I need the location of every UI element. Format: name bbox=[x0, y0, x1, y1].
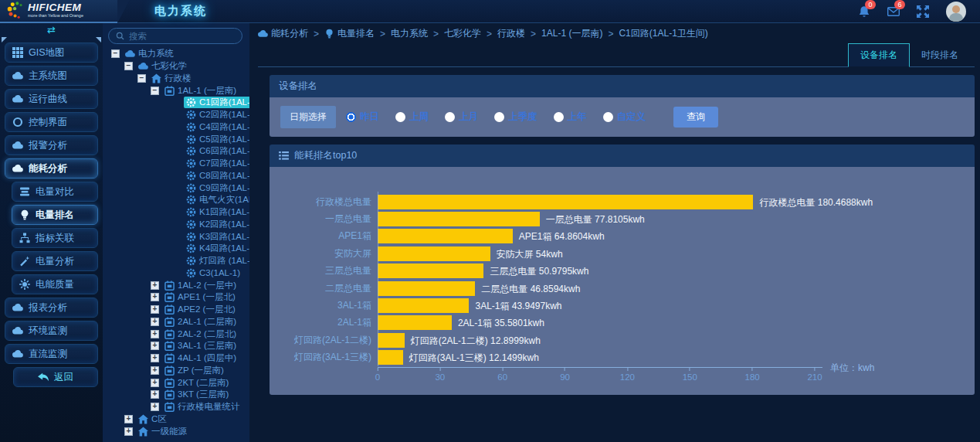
tree-node[interactable]: C1回路(1AL-1卫生间) bbox=[108, 97, 249, 109]
breadcrumb-item[interactable]: 电量排名 bbox=[324, 27, 375, 40]
expand-node-icon[interactable]: + bbox=[151, 330, 159, 338]
sidebar-item-14[interactable]: 返回 bbox=[13, 367, 98, 387]
tree-node[interactable]: K1回路(1AL-1于总办公室 bbox=[108, 206, 249, 219]
tree-node[interactable]: −七彩化学 bbox=[108, 60, 249, 73]
radio-option[interactable]: 上月 bbox=[445, 110, 478, 124]
chart-bar[interactable] bbox=[378, 350, 403, 365]
radio-dot[interactable] bbox=[395, 112, 405, 122]
chart-bar[interactable] bbox=[378, 195, 753, 209]
breadcrumb-item[interactable]: 1AL-1 (一层南) bbox=[541, 27, 602, 40]
sidebar-item-6[interactable]: 电量对比 bbox=[12, 182, 98, 202]
expand-node-icon[interactable]: + bbox=[151, 293, 159, 301]
tree-node[interactable]: +1AL-2 (一层中) bbox=[108, 279, 249, 291]
tree-node[interactable]: +2AL-2 (二层北) bbox=[108, 328, 249, 340]
chart-bar[interactable] bbox=[378, 281, 475, 296]
tree-node[interactable]: +APE2 (一层北) bbox=[108, 304, 249, 316]
tree-node[interactable]: +2AL-1 (二层南) bbox=[108, 316, 249, 328]
radio-dot[interactable] bbox=[603, 112, 613, 122]
sidebar-collapse-toggle[interactable]: ⇄ bbox=[0, 24, 103, 37]
sidebar-item-7[interactable]: 电量排名 bbox=[12, 205, 98, 225]
sidebar-item-2[interactable]: 运行曲线 bbox=[5, 89, 98, 109]
radio-option[interactable]: 昨日 bbox=[346, 110, 379, 124]
expand-node-icon[interactable]: + bbox=[151, 281, 159, 290]
radio-option[interactable]: 自定义 bbox=[603, 110, 646, 124]
expand-node-icon[interactable]: + bbox=[124, 427, 133, 436]
expand-node-icon[interactable]: + bbox=[151, 354, 159, 362]
collapse-node-icon[interactable]: − bbox=[124, 62, 133, 70]
expand-node-icon[interactable]: + bbox=[151, 403, 159, 411]
query-button[interactable]: 查询 bbox=[673, 107, 718, 128]
radio-dot[interactable] bbox=[445, 112, 455, 122]
radio-dot[interactable] bbox=[554, 112, 564, 122]
breadcrumb-item[interactable]: 七彩化学 bbox=[444, 27, 481, 40]
tree-node[interactable]: −行政楼 bbox=[108, 73, 249, 85]
notification-bell-icon[interactable]: 0 bbox=[858, 5, 870, 18]
sidebar-item-4[interactable]: 报警分析 bbox=[5, 135, 98, 155]
tree-search[interactable] bbox=[108, 28, 242, 44]
collapse-node-icon[interactable]: − bbox=[137, 74, 146, 83]
tree-node[interactable]: +2KT (二层南) bbox=[108, 376, 249, 389]
tree-node[interactable]: +APE1 (一层北) bbox=[108, 291, 249, 304]
breadcrumb-item[interactable]: 电力系统 bbox=[391, 27, 428, 40]
expand-node-icon[interactable]: + bbox=[151, 390, 159, 399]
breadcrumb-item[interactable]: 能耗分析 bbox=[258, 27, 308, 40]
tree-node[interactable]: C9回路(1AL-1开放办公室 bbox=[108, 182, 249, 194]
tree-node[interactable]: K3回路(1AL-1茶歇室空调 bbox=[108, 230, 249, 243]
sidebar-item-11[interactable]: 报表分析 bbox=[5, 298, 98, 318]
tree-node[interactable]: C8回路(1AL-1茶歇室门前 bbox=[108, 170, 249, 182]
tree-node[interactable]: +C区 bbox=[108, 413, 249, 426]
sidebar-item-3[interactable]: 控制界面 bbox=[5, 112, 98, 132]
tree-node[interactable]: C6回路(1AL-1 党建办公室 bbox=[108, 145, 249, 158]
tree-node[interactable]: 灯回路 (1AL-1一楼) bbox=[108, 255, 249, 267]
sidebar-item-1[interactable]: 主系统图 bbox=[5, 66, 98, 86]
expand-node-icon[interactable]: + bbox=[151, 342, 159, 350]
date-select-button[interactable]: 日期选择 bbox=[280, 106, 336, 128]
tree-node[interactable]: C5回路(1AL-1于总办公室 bbox=[108, 133, 249, 145]
user-avatar[interactable] bbox=[946, 2, 966, 22]
expand-node-icon[interactable]: + bbox=[151, 366, 159, 375]
tree-node[interactable]: +4AL-1 (四层中) bbox=[108, 352, 249, 365]
expand-node-icon[interactable]: + bbox=[151, 305, 159, 314]
tree-node[interactable]: K2回路(1AL-1党建办空调 bbox=[108, 219, 249, 231]
expand-node-icon[interactable]: + bbox=[151, 318, 159, 326]
sidebar-item-0[interactable]: GIS地图 bbox=[5, 42, 98, 63]
tree-node[interactable]: C4回路(1AL-1证券部饮水 bbox=[108, 121, 249, 134]
tree-node[interactable]: −1AL-1 (一层南) bbox=[108, 84, 249, 97]
breadcrumb-item[interactable]: 行政楼 bbox=[497, 27, 525, 40]
expand-node-icon[interactable]: + bbox=[124, 415, 133, 423]
chart-bar[interactable] bbox=[378, 298, 469, 313]
chart-bar[interactable] bbox=[378, 229, 513, 243]
fullscreen-icon[interactable] bbox=[917, 5, 929, 18]
chart-bar[interactable] bbox=[378, 246, 490, 261]
sidebar-item-9[interactable]: 电量分析 bbox=[12, 251, 98, 271]
radio-option[interactable]: 上周 bbox=[395, 110, 429, 124]
tree-node[interactable]: 电气火灾(1AL-1箱内) bbox=[108, 194, 249, 206]
sidebar-item-5[interactable]: 能耗分析 bbox=[5, 158, 98, 178]
chart-bar[interactable] bbox=[378, 333, 405, 348]
collapse-node-icon[interactable]: − bbox=[111, 49, 120, 58]
chart-bar[interactable] bbox=[378, 212, 540, 226]
collapse-node-icon[interactable]: − bbox=[151, 87, 159, 95]
tree-node[interactable]: +一级能源 bbox=[108, 425, 249, 437]
tree-node[interactable]: −电力系统 bbox=[108, 48, 249, 60]
radio-option[interactable]: 上年 bbox=[554, 110, 587, 124]
tree-node[interactable]: +行政楼电量统计 bbox=[108, 401, 249, 413]
radio-dot[interactable] bbox=[494, 112, 504, 122]
chart-bar[interactable] bbox=[378, 315, 452, 330]
tree-node[interactable]: K4回路(1AL-1) bbox=[108, 243, 249, 255]
sidebar-item-13[interactable]: 直流监测 bbox=[5, 344, 98, 364]
chart-bar[interactable] bbox=[378, 264, 483, 278]
tab-0[interactable]: 设备排名 bbox=[848, 43, 910, 67]
sidebar-item-8[interactable]: 指标关联 bbox=[12, 228, 98, 248]
search-input[interactable] bbox=[129, 32, 235, 41]
radio-dot[interactable] bbox=[346, 112, 356, 122]
tree-node[interactable]: +3KT (三层南) bbox=[108, 389, 249, 401]
expand-node-icon[interactable]: + bbox=[151, 379, 159, 387]
tree-node[interactable]: +3AL-1 (三层南) bbox=[108, 340, 249, 352]
breadcrumb-item[interactable]: C1回路(1AL-1卫生间) bbox=[619, 27, 707, 40]
sidebar-item-12[interactable]: 环境监测 bbox=[5, 321, 98, 341]
messages-icon[interactable]: 6 bbox=[887, 5, 900, 18]
tree-node[interactable]: +ZP (一层南) bbox=[108, 365, 249, 377]
tab-1[interactable]: 时段排名 bbox=[910, 44, 970, 66]
tree-node[interactable]: C3(1AL-1) bbox=[108, 267, 249, 280]
